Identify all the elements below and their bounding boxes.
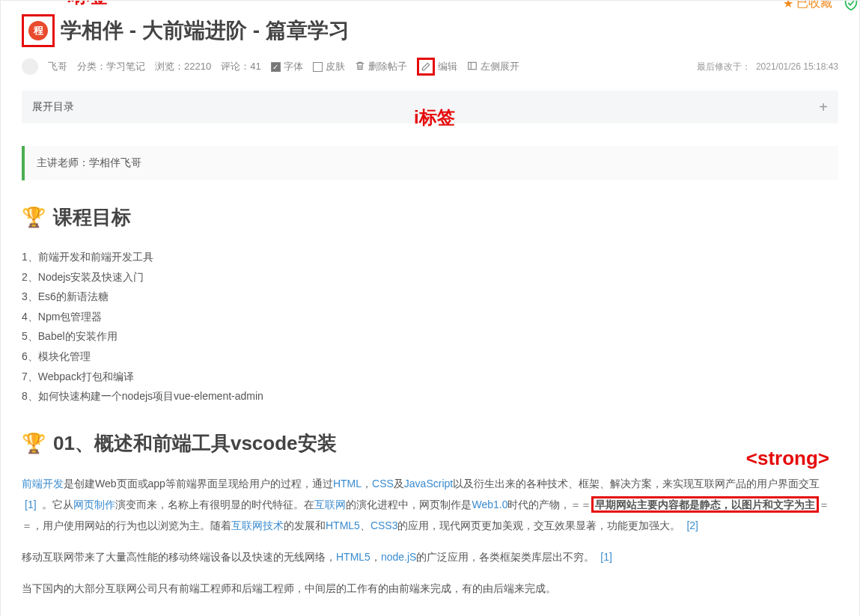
favorite-label: 已收藏 <box>796 0 832 11</box>
list-item: 2、Nodejs安装及快速入门 <box>22 267 838 287</box>
link-webmake[interactable]: 网页制作 <box>73 498 115 510</box>
star-icon: ★ <box>783 0 793 10</box>
link-internet-tech[interactable]: 互联网技术 <box>231 519 284 531</box>
paragraph-2: 移动互联网带来了大量高性能的移动终端设备以及快速的无线网络，HTML5，node… <box>22 546 838 567</box>
ref-link-1b[interactable]: [1] <box>600 551 612 563</box>
section-heading-01: 01、概述和前端工具vscode安装 <box>53 430 337 457</box>
annotation-strong-tag: <strong> <box>746 447 829 470</box>
svg-rect-0 <box>468 62 476 69</box>
edit-post-button[interactable]: 编辑 <box>417 58 457 76</box>
list-item: 6、模块化管理 <box>22 347 838 367</box>
expand-left-icon <box>467 61 478 73</box>
page-title: 学相伴 - 大前端进阶 - 篇章学习 <box>61 16 350 45</box>
favorite-button[interactable]: ★ 已收藏 <box>783 0 832 11</box>
trophy-icon: 🏆 <box>22 206 46 229</box>
author-avatar[interactable] <box>22 58 38 75</box>
ref-link-2[interactable]: [2] <box>686 519 698 531</box>
plus-icon: + <box>819 100 828 115</box>
strong-emphasis-annotated: 早期网站主要内容都是静态，以图片和文字为主 <box>591 496 819 513</box>
shield-check-icon[interactable] <box>843 0 859 11</box>
annotation-i-tag-mid: i标签 <box>414 106 455 129</box>
views-field: 浏览：22210 <box>155 60 211 73</box>
checkbox-empty-icon: ✓ <box>313 62 323 72</box>
list-item: 3、Es6的新语法糖 <box>22 287 838 307</box>
list-item: 1、前端开发和前端开发工具 <box>22 247 838 267</box>
annotation-i-tag-top: i标签 <box>67 0 108 8</box>
checkbox-checked-icon: ✓ <box>271 62 281 72</box>
link-javascript[interactable]: JavaScript <box>404 478 453 490</box>
link-html5-b[interactable]: HTML5 <box>336 551 370 563</box>
link-html[interactable]: HTML <box>333 478 362 490</box>
delete-post-button[interactable]: 删除帖子 <box>355 60 407 73</box>
expand-left-button[interactable]: 左侧展开 <box>467 60 519 73</box>
meta-bar: 飞哥 分类：学习笔记 浏览：22210 评论：41 ✓ 字体 ✓ 皮肤 删除帖子 <box>22 58 838 76</box>
list-item: 5、Babel的安装作用 <box>22 326 838 347</box>
goal-list: 1、前端开发和前端开发工具 2、Nodejs安装及快速入门 3、Es6的新语法糖… <box>22 247 838 406</box>
page-title-icon-annotated: 程 <box>22 14 55 47</box>
link-web10[interactable]: Web1.0 <box>472 498 507 510</box>
list-item: 7、Webpack打包和编译 <box>22 367 838 387</box>
link-internet[interactable]: 互联网 <box>314 498 346 510</box>
edit-icon-annotated <box>417 58 435 76</box>
paragraph-3: 当下国内的大部分互联网公司只有前端工程师和后端工程师，中间层的工作有的由前端来完… <box>22 578 838 599</box>
paragraph-1: 前端开发是创建Web页面或app等前端界面呈现给用户的过程，通过HTML，CSS… <box>22 473 838 536</box>
list-item: 8、如何快速构建一个nodejs项目vue-element-admin <box>22 386 838 406</box>
skin-toggle[interactable]: ✓ 皮肤 <box>313 60 345 73</box>
trophy-icon: 🏆 <box>22 432 46 455</box>
font-toggle[interactable]: ✓ 字体 <box>271 60 303 73</box>
list-item: 4、Npm包管理器 <box>22 307 838 327</box>
category-field: 分类：学习笔记 <box>77 60 145 73</box>
ref-link-1[interactable]: [1] <box>25 498 37 510</box>
brand-badge-icon: 程 <box>28 21 48 40</box>
link-html5[interactable]: HTML5 <box>326 519 360 531</box>
author-name[interactable]: 飞哥 <box>48 60 67 73</box>
link-css[interactable]: CSS <box>372 478 394 490</box>
last-modified: 最后修改于： 2021/01/26 15:18:43 <box>697 61 838 73</box>
link-nodejs[interactable]: node.jS <box>381 551 416 563</box>
link-frontend-dev[interactable]: 前端开发 <box>22 478 64 490</box>
comments-field: 评论：41 <box>221 60 260 73</box>
link-css3[interactable]: CSS3 <box>370 519 398 531</box>
section-heading-goal: 课程目标 <box>53 204 131 231</box>
toc-expand-label: 展开目录 <box>32 100 74 114</box>
trash-icon <box>355 61 365 73</box>
lecturer-quote: 主讲老师：学相伴飞哥 <box>22 146 838 180</box>
